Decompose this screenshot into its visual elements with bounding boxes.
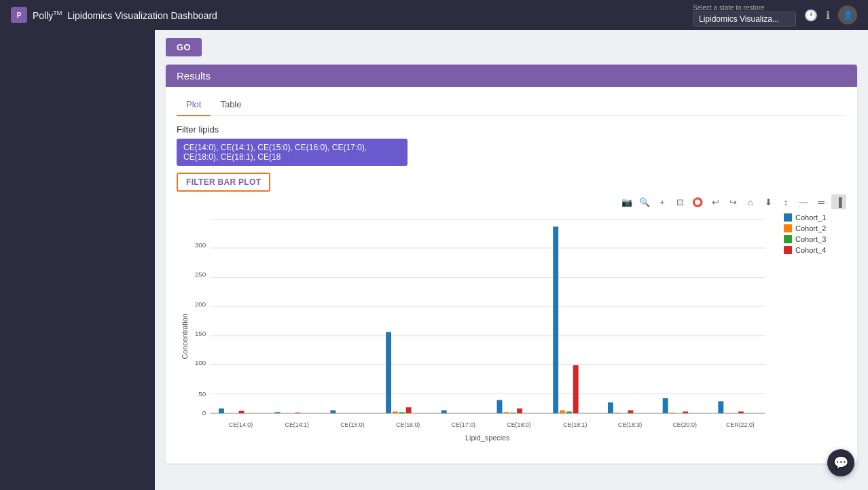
legend-cohort-4: Cohort_4 <box>784 246 846 254</box>
svg-text:CE(18:3): CE(18:3) <box>618 421 642 428</box>
lasso-icon[interactable]: ⭕ <box>690 194 705 209</box>
bar-group-ce14-0: CE(14:0) <box>219 408 253 428</box>
svg-text:CE(18:1): CE(18:1) <box>563 421 587 428</box>
svg-rect-50 <box>608 402 613 413</box>
chart-container: Concentration <box>177 211 778 455</box>
history-icon[interactable]: 🕐 <box>804 9 818 22</box>
bar-group-ce18-0: CE(18:0) <box>497 400 531 428</box>
line1-icon[interactable]: — <box>796 194 811 209</box>
crosshair-icon[interactable]: + <box>655 194 670 209</box>
state-dropdown[interactable]: Lipidomics Visualiza... <box>693 12 796 27</box>
svg-rect-46 <box>560 410 565 413</box>
download-icon[interactable]: ⬇ <box>761 194 776 209</box>
y-ticks: 0 50 100 150 200 250 300 <box>195 241 206 417</box>
svg-rect-55 <box>663 398 668 413</box>
svg-rect-47 <box>566 411 572 413</box>
legend-cohort-2: Cohort_2 <box>784 224 846 232</box>
svg-rect-32 <box>399 412 405 413</box>
line2-icon[interactable]: ═ <box>814 194 829 209</box>
svg-text:CE(14:1): CE(14:1) <box>285 421 309 428</box>
go-button[interactable]: GO <box>166 38 202 56</box>
chat-bubble[interactable]: 💬 <box>827 449 854 476</box>
content: GO Results Plot Table Filter lipids CE(1… <box>155 30 868 490</box>
camera-icon[interactable]: 📷 <box>619 194 634 209</box>
tabs: Plot Table <box>177 95 846 116</box>
filter-input[interactable]: CE(14:0), CE(14:1), CE(15:0), CE(16:0), … <box>177 139 408 166</box>
bar-group-ce15-0: CE(15:0) <box>330 410 364 428</box>
topbar: P PollyTM Lipidomics Visualization Dashb… <box>0 0 868 30</box>
topbar-left: P PollyTM Lipidomics Visualization Dashb… <box>11 7 217 23</box>
legend-cohort-3: Cohort_3 <box>784 235 846 243</box>
svg-rect-48 <box>573 365 579 413</box>
chat-icon: 💬 <box>833 455 848 470</box>
svg-rect-33 <box>406 407 412 413</box>
bar-group-ce18-3: CE(18:3) <box>608 402 642 428</box>
svg-text:250: 250 <box>195 270 206 278</box>
topbar-right: Select a state to restore Lipidomics Vis… <box>693 4 857 27</box>
redo-icon[interactable]: ↪ <box>725 194 740 209</box>
legend-dot-cohort-3 <box>784 235 792 243</box>
svg-text:CER(22:0): CER(22:0) <box>726 421 755 428</box>
state-selector-label: Select a state to restore <box>693 4 796 12</box>
svg-rect-45 <box>553 226 558 413</box>
main-layout: GO Results Plot Table Filter lipids CE(1… <box>0 30 868 490</box>
y-axis-label: Concentration <box>181 313 189 359</box>
legend-cohort-1: Cohort_1 <box>784 213 846 222</box>
svg-text:CE(18:0): CE(18:0) <box>507 421 530 428</box>
svg-rect-60 <box>718 401 723 413</box>
x-axis-label: Lipid_species <box>465 434 510 442</box>
svg-rect-23 <box>295 413 300 413</box>
svg-rect-42 <box>510 413 516 413</box>
svg-text:CE(17:0): CE(17:0) <box>452 421 475 428</box>
bar-group-ce18-1: CE(18:1) <box>553 226 587 427</box>
zoom-select-icon[interactable]: ⊡ <box>672 194 687 209</box>
results-header: Results <box>166 65 857 87</box>
filter-label: Filter lipids <box>177 124 846 135</box>
svg-text:CE(14:0): CE(14:0) <box>229 421 253 428</box>
svg-rect-53 <box>628 410 634 413</box>
svg-rect-41 <box>503 412 509 413</box>
svg-rect-20 <box>275 412 281 413</box>
polly-logo: P <box>11 7 27 23</box>
svg-rect-18 <box>239 411 245 414</box>
svg-rect-25 <box>330 410 336 413</box>
info-icon[interactable]: ℹ <box>826 9 830 22</box>
svg-text:300: 300 <box>195 241 206 249</box>
pan-icon[interactable]: ↕ <box>778 194 793 209</box>
bar-chart-icon[interactable]: ▐ <box>831 194 846 209</box>
chart-area: Concentration <box>177 211 846 455</box>
svg-text:CE(16:0): CE(16:0) <box>396 421 420 428</box>
svg-rect-56 <box>670 413 675 413</box>
app-title: PollyTM Lipidomics Visualization Dashboa… <box>33 10 217 21</box>
tab-plot[interactable]: Plot <box>177 95 211 116</box>
bar-chart-svg: Concentration <box>177 211 778 455</box>
svg-text:50: 50 <box>198 390 206 398</box>
legend-dot-cohort-1 <box>784 213 792 222</box>
svg-rect-30 <box>386 332 391 414</box>
svg-text:0: 0 <box>202 409 206 417</box>
svg-rect-63 <box>738 411 744 413</box>
svg-rect-35 <box>441 410 447 413</box>
bar-group-cer22-0: CER(22:0) <box>718 401 754 427</box>
results-panel: Results Plot Table Filter lipids CE(14:0… <box>166 65 857 463</box>
svg-rect-58 <box>683 411 688 413</box>
chart-toolbar: 📷 🔍 + ⊡ ⭕ ↩ ↪ ⌂ ⬇ ↕ — ═ ▐ <box>177 192 846 211</box>
filter-bar-button[interactable]: FILTER BAR PLOT <box>177 173 270 192</box>
svg-text:CE(20:0): CE(20:0) <box>672 421 696 428</box>
chart-legend: Cohort_1 Cohort_2 Cohort_3 Cohort_4 <box>778 211 846 455</box>
zoom-in-icon[interactable]: 🔍 <box>637 194 652 209</box>
sidebar <box>0 30 155 490</box>
undo-icon[interactable]: ↩ <box>708 194 723 209</box>
svg-rect-43 <box>517 408 522 413</box>
svg-text:150: 150 <box>195 330 206 337</box>
tab-table[interactable]: Table <box>211 95 251 116</box>
bar-group-ce16-0: CE(16:0) <box>386 332 420 428</box>
bar-group-ce14-1: CE(14:1) <box>275 412 309 427</box>
legend-dot-cohort-2 <box>784 224 792 232</box>
avatar[interactable]: 👤 <box>838 5 857 24</box>
bar-group-ce17-0: CE(17:0) <box>441 410 475 428</box>
svg-rect-40 <box>497 400 503 413</box>
svg-rect-31 <box>393 411 398 413</box>
reset-icon[interactable]: ⌂ <box>743 194 758 209</box>
svg-text:200: 200 <box>195 300 206 308</box>
